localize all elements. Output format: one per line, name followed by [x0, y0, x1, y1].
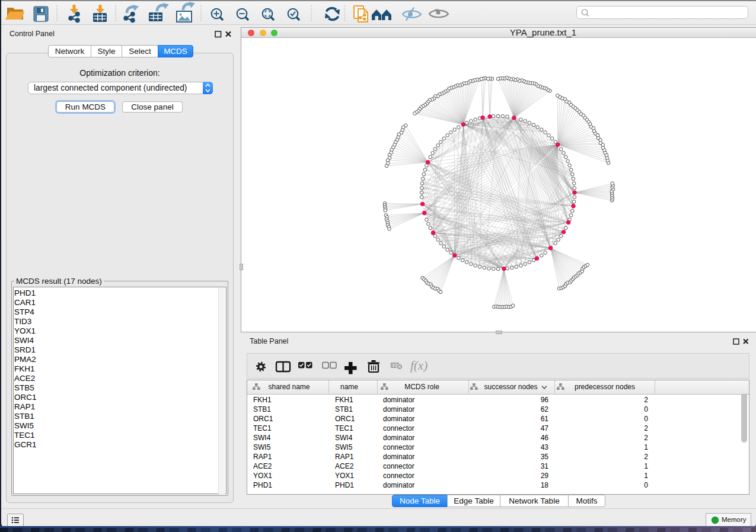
svg-text:f(x): f(x): [410, 358, 428, 373]
